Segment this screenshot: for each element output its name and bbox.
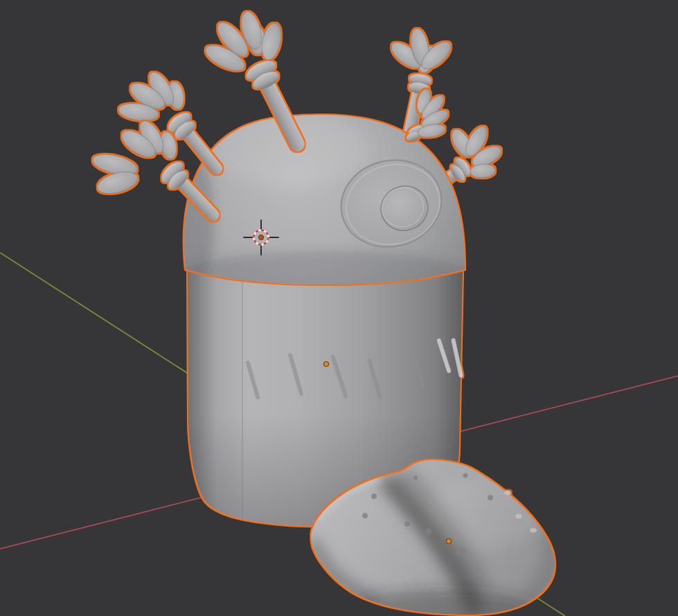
3d-viewport[interactable] [0,0,678,616]
object-origin-dot [447,539,452,544]
object-origin-dot [324,362,329,367]
